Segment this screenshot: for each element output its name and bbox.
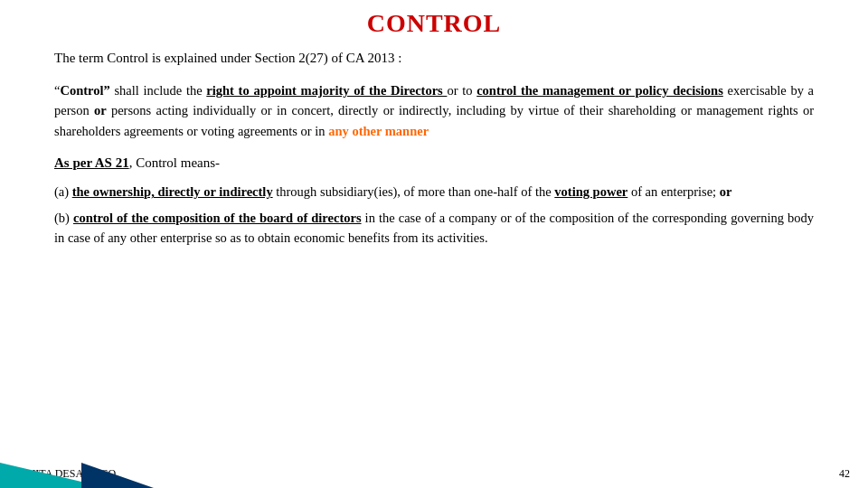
or-bold-1: or (94, 103, 107, 117)
or-bold-2: or (720, 184, 732, 199)
section-a: (a) the ownership, directly or indirectl… (54, 182, 814, 202)
section-a-text-1: through subsidiary(ies), of more than on… (273, 184, 555, 199)
page-title: CONTROL (54, 9, 814, 38)
control-text-4: persons acting individually or in concer… (54, 103, 814, 137)
control-management-text: control the management or policy decisio… (476, 83, 723, 98)
section-b: (b) control of the composition of the bo… (54, 208, 814, 249)
subtitle: The term Control is explained under Sect… (54, 49, 814, 68)
page-container: CONTROL The term Control is explained un… (0, 0, 868, 488)
as-per-rest: , Control means- (129, 155, 220, 170)
control-text-2: or to (447, 83, 476, 98)
section-a-label: (a) (54, 184, 72, 199)
ownership-text: the ownership, directly or indirectly (72, 184, 273, 199)
section-b-label: (b) (54, 211, 73, 225)
voting-power-text: voting power (554, 184, 627, 199)
control-composition-text: control of the composition of the board … (73, 211, 362, 225)
section-a-text-2: of an enterprise; (627, 184, 719, 199)
triangle-dark-blue (81, 463, 154, 488)
as-per-label: As per AS 21 (54, 155, 129, 170)
right-to-appoint-text: right to appoint majority of the Directo… (206, 83, 447, 98)
control-label-bold: Control” (60, 83, 109, 98)
control-text-1: shall include the (110, 83, 207, 98)
main-paragraph: “Control” shall include the right to app… (54, 80, 814, 141)
any-other-manner-text: any other manner (328, 124, 429, 138)
as-per-section: As per AS 21, Control means- (54, 155, 814, 171)
bottom-decoration (0, 463, 868, 488)
